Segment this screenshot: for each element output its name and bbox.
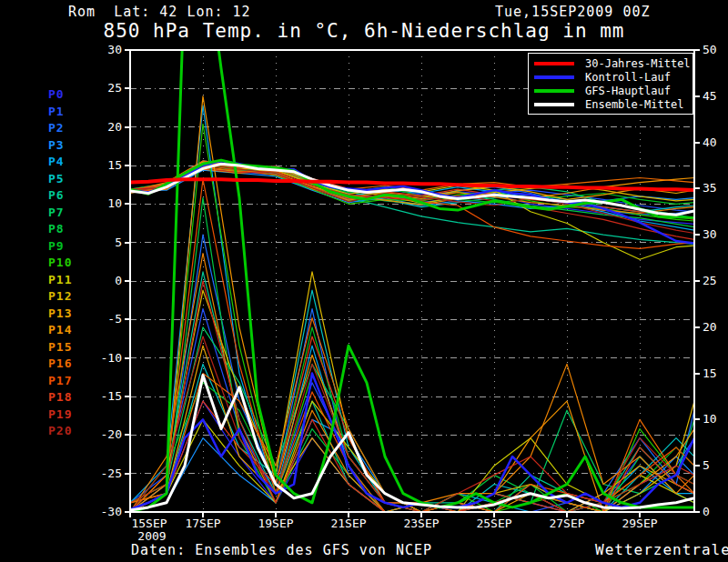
climate-mean-line-swatch [534, 62, 574, 65]
control-run-line-swatch [534, 75, 574, 79]
member-label-p5: P5 [48, 172, 65, 186]
member-label-p20: P20 [48, 424, 72, 437]
member-label-p19: P19 [48, 407, 72, 421]
legend-box: 30-Jahres-Mittel Kontroll-Lauf GFS-Haupt… [528, 53, 693, 115]
member-label-p3: P3 [48, 138, 65, 152]
member-label-p15: P15 [48, 340, 72, 354]
axis-tick-label: 15 [107, 158, 122, 172]
axis-tick-label: 35 [703, 181, 717, 195]
member-label-p14: P14 [48, 323, 72, 336]
axis-tick-label: -5 [107, 312, 122, 326]
axis-tick-label: 19SEP [258, 517, 293, 530]
axis-tick-label: -15 [101, 389, 122, 403]
member-label-p7: P7 [48, 206, 65, 219]
axis-tick-label: 30 [703, 227, 717, 241]
axis-tick-label: 25SEP [476, 517, 511, 530]
axis-tick-label: 25 [107, 81, 122, 95]
axis-tick-label: 2009 [137, 529, 166, 543]
member-label-p13: P13 [48, 306, 72, 320]
member-label-p4: P4 [48, 155, 65, 168]
legend-label: GFS-Hauptlauf [585, 85, 671, 97]
member-label-p6: P6 [48, 188, 65, 202]
axis-tick-label: 45 [703, 89, 717, 103]
chart-title: 850 hPa Temp. in °C, 6h-Niederschlag in … [0, 20, 728, 42]
location-label: Rom Lat: 42 Lon: 12 [68, 4, 251, 20]
axis-tick-label: 23SEP [403, 517, 439, 530]
axis-tick-label: 25 [703, 274, 717, 287]
legend-label: Kontroll-Lauf [585, 71, 671, 84]
member-label-p0: P0 [48, 87, 65, 101]
axis-tick-label: 27SEP [549, 517, 584, 530]
axis-tick-label: 17SEP [185, 517, 220, 530]
legend-row-climate-mean: 30-Jahres-Mittel [534, 57, 687, 70]
member-label-p17: P17 [48, 374, 72, 387]
main-run-line-swatch [534, 89, 574, 93]
legend-row-ensemble-mean: Ensemble-Mittel [534, 98, 687, 111]
axis-tick-label: 15 [703, 366, 717, 380]
member-label-p1: P1 [48, 105, 65, 118]
member-label-p9: P9 [48, 239, 65, 253]
axis-tick-label: -10 [101, 351, 122, 365]
axis-tick-label: -20 [101, 427, 122, 441]
axis-tick-label: 50 [703, 43, 717, 56]
axis-tick-label: 5 [115, 236, 122, 249]
legend-label: 30-Jahres-Mittel [585, 57, 691, 70]
ensemble-mean-line-swatch [534, 103, 574, 106]
axis-tick-label: 20 [703, 320, 717, 334]
axis-tick-label: 30 [107, 43, 122, 56]
axis-tick-label: 10 [107, 196, 122, 210]
axis-tick-label: 10 [703, 412, 717, 426]
member-label-p2: P2 [48, 121, 65, 135]
axis-tick-label: 0 [703, 505, 710, 518]
member-label-p10: P10 [48, 256, 72, 269]
axis-tick-label: 0 [115, 274, 122, 287]
member-label-p12: P12 [48, 289, 72, 303]
axis-tick-label: 15SEP [131, 517, 167, 530]
member-label-p8: P8 [48, 222, 65, 236]
meteogram-window: 302520151050-5-10-15-20-25-3050454035302… [0, 0, 728, 562]
legend-row-control-run: Kontroll-Lauf [534, 71, 687, 84]
legend-label: Ensemble-Mittel [585, 98, 683, 111]
axis-tick-label: 20 [107, 120, 122, 134]
axis-tick-label: 5 [703, 458, 710, 472]
member-label-p16: P16 [48, 356, 72, 370]
member-label-p11: P11 [48, 273, 72, 286]
data-source-label: Daten: Ensembles des GFS von NCEP [131, 542, 432, 558]
axis-tick-label: -25 [101, 467, 122, 480]
member-label-p18: P18 [48, 390, 72, 404]
brand-label: Wetterzentrale [595, 541, 728, 558]
axis-tick-label: 29SEP [622, 517, 657, 530]
axis-tick-label: -30 [101, 505, 122, 518]
axis-tick-label: 40 [703, 135, 717, 149]
run-date-label: Tue,15SEP2009 00Z [495, 4, 651, 20]
axis-tick-label: 21SEP [330, 517, 366, 530]
legend-row-main-run: GFS-Hauptlauf [534, 85, 687, 97]
